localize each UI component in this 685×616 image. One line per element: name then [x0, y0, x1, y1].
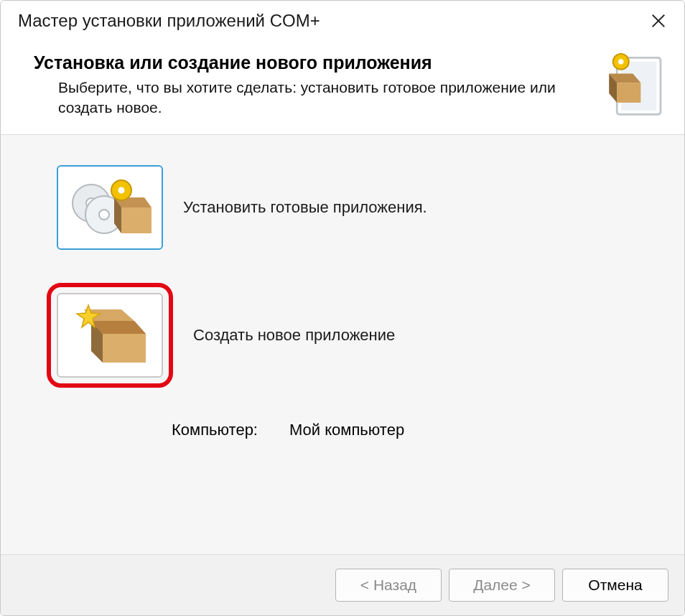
option-create-row: Создать новое приложение	[47, 283, 684, 388]
svg-point-12	[99, 210, 109, 220]
computer-row: Компьютер: Мой компьютер	[57, 421, 684, 439]
install-prebuilt-label: Установить готовые приложения.	[183, 198, 427, 217]
titlebar: Мастер установки приложений COM+	[1, 1, 684, 41]
wizard-header: Установка или создание нового приложения…	[1, 41, 684, 135]
wizard-icon	[602, 52, 668, 118]
back-button[interactable]: < Назад	[335, 569, 442, 602]
svg-marker-6	[617, 83, 640, 103]
page-description: Выберите, что вы хотите сделать: установ…	[34, 78, 565, 118]
install-prebuilt-button[interactable]	[57, 165, 163, 250]
header-text: Установка или создание нового приложения…	[34, 52, 590, 118]
svg-marker-15	[121, 207, 152, 233]
page-heading: Установка или создание нового приложения	[34, 52, 590, 73]
install-prebuilt-icon	[67, 173, 153, 242]
create-new-label: Создать новое приложение	[193, 326, 395, 345]
next-button[interactable]: Далее >	[449, 569, 555, 602]
close-button[interactable]	[643, 5, 674, 37]
create-new-icon	[67, 301, 153, 370]
svg-marker-20	[103, 334, 146, 363]
create-new-button[interactable]	[57, 293, 163, 378]
computer-label: Компьютер:	[172, 421, 258, 439]
wizard-window: Мастер установки приложений COM+ Установ…	[0, 0, 685, 616]
computer-value: Мой компьютер	[289, 421, 404, 439]
wizard-footer: < Назад Далее > Отмена	[1, 555, 684, 615]
wizard-body: Установить готовые приложения.	[1, 135, 684, 555]
close-icon	[651, 13, 666, 29]
highlight-ring	[47, 283, 173, 388]
cancel-button[interactable]: Отмена	[562, 569, 668, 602]
svg-point-17	[118, 187, 125, 194]
svg-point-8	[618, 59, 623, 64]
option-install-row: Установить готовые приложения.	[57, 165, 684, 250]
window-title: Мастер установки приложений COM+	[18, 11, 643, 31]
